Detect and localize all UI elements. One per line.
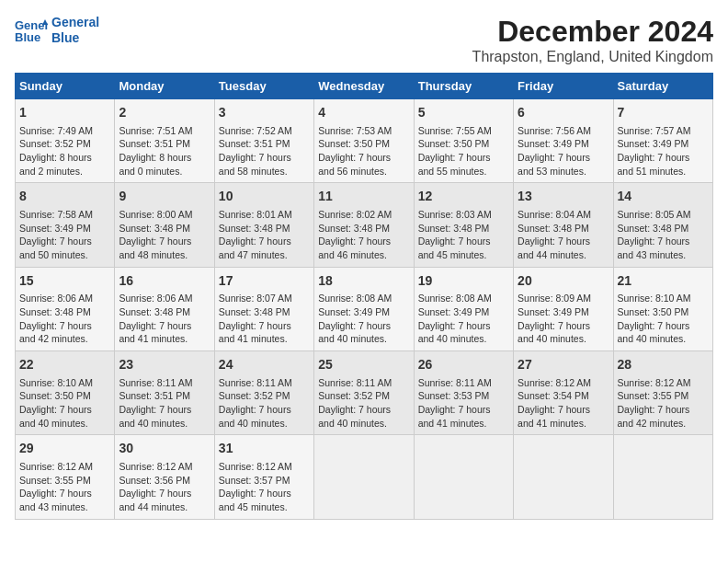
day-info: Sunset: 3:55 PM: [19, 474, 110, 488]
day-info: Sunset: 3:49 PM: [318, 305, 409, 319]
day-info: and 56 minutes.: [318, 165, 409, 178]
day-info: Sunrise: 7:53 AM: [318, 124, 409, 138]
calendar-cell: 23Sunrise: 8:11 AMSunset: 3:51 PMDayligh…: [115, 351, 214, 435]
day-number: 20: [518, 272, 609, 291]
day-info: Sunrise: 8:07 AM: [219, 292, 310, 305]
title-block: December 2024 Thrapston, England, United…: [472, 15, 713, 65]
day-number: 8: [19, 188, 110, 206]
svg-text:Blue: Blue: [15, 30, 40, 43]
day-info: Daylight: 7 hours: [518, 403, 609, 417]
day-info: Sunrise: 7:51 AM: [119, 124, 210, 138]
day-info: and 40 minutes.: [318, 417, 409, 431]
day-info: Sunset: 3:56 PM: [119, 474, 210, 488]
day-info: Daylight: 7 hours: [418, 151, 509, 165]
day-info: Daylight: 7 hours: [518, 151, 609, 165]
day-info: Sunrise: 8:08 AM: [318, 292, 409, 305]
calendar-cell: 24Sunrise: 8:11 AMSunset: 3:52 PMDayligh…: [214, 351, 313, 435]
day-info: Sunrise: 8:10 AM: [19, 376, 110, 390]
day-number: 21: [618, 272, 709, 291]
day-info: Daylight: 7 hours: [618, 151, 709, 165]
day-info: Sunrise: 7:58 AM: [19, 208, 110, 222]
logo-line2: Blue: [51, 30, 79, 45]
day-number: 17: [219, 272, 310, 291]
calendar-cell: 30Sunrise: 8:12 AMSunset: 3:56 PMDayligh…: [115, 435, 214, 519]
weekday-header-monday: Monday: [115, 74, 214, 99]
day-number: 29: [19, 440, 110, 458]
day-info: Sunrise: 8:02 AM: [318, 208, 409, 222]
day-number: 6: [518, 104, 609, 122]
day-info: and 42 minutes.: [618, 417, 709, 431]
day-number: 11: [318, 188, 409, 206]
day-number: 30: [119, 440, 210, 458]
day-info: Sunset: 3:53 PM: [418, 389, 509, 403]
day-info: Sunrise: 8:12 AM: [19, 460, 110, 474]
day-info: Daylight: 7 hours: [219, 319, 310, 333]
calendar-cell: 13Sunrise: 8:04 AMSunset: 3:48 PMDayligh…: [514, 183, 613, 267]
day-info: and 42 minutes.: [19, 332, 110, 346]
day-info: Daylight: 7 hours: [19, 487, 110, 500]
day-info: Sunset: 3:57 PM: [219, 474, 310, 488]
calendar-cell: 12Sunrise: 8:03 AMSunset: 3:48 PMDayligh…: [414, 183, 513, 267]
calendar-cell: 18Sunrise: 8:08 AMSunset: 3:49 PMDayligh…: [314, 267, 414, 350]
day-info: Sunset: 3:52 PM: [219, 389, 310, 403]
calendar-cell: 17Sunrise: 8:07 AMSunset: 3:48 PMDayligh…: [214, 267, 313, 350]
calendar-cell: 10Sunrise: 8:01 AMSunset: 3:48 PMDayligh…: [214, 183, 313, 267]
day-number: 7: [618, 104, 709, 122]
day-info: Sunset: 3:48 PM: [219, 305, 310, 319]
weekday-header-row: SundayMondayTuesdayWednesdayThursdayFrid…: [16, 74, 713, 99]
calendar-cell: 1Sunrise: 7:49 AMSunset: 3:52 PMDaylight…: [16, 99, 115, 183]
day-info: and 41 minutes.: [219, 332, 310, 346]
day-info: Sunrise: 8:12 AM: [219, 460, 310, 474]
day-info: Sunrise: 8:03 AM: [418, 208, 509, 222]
main-title: December 2024: [472, 15, 713, 49]
day-info: Daylight: 7 hours: [418, 403, 509, 417]
calendar-cell: 28Sunrise: 8:12 AMSunset: 3:55 PMDayligh…: [613, 351, 712, 435]
calendar-cell: 20Sunrise: 8:09 AMSunset: 3:49 PMDayligh…: [514, 267, 613, 350]
day-info: Sunset: 3:48 PM: [119, 222, 210, 236]
day-info: Sunset: 3:49 PM: [19, 222, 110, 236]
day-number: 31: [219, 440, 310, 458]
day-info: Daylight: 7 hours: [318, 319, 409, 333]
day-info: Sunrise: 8:09 AM: [518, 292, 609, 305]
day-info: Sunset: 3:50 PM: [418, 137, 509, 151]
week-row-2: 8Sunrise: 7:58 AMSunset: 3:49 PMDaylight…: [16, 183, 713, 267]
day-info: Sunrise: 7:52 AM: [219, 124, 310, 138]
day-info: and 40 minutes.: [618, 332, 709, 346]
day-number: 18: [318, 272, 409, 291]
day-number: 4: [318, 104, 409, 122]
day-info: Daylight: 7 hours: [318, 235, 409, 248]
day-info: Sunset: 3:49 PM: [618, 137, 709, 151]
day-info: Sunset: 3:48 PM: [219, 222, 310, 236]
day-info: Sunset: 3:48 PM: [19, 305, 110, 319]
day-number: 2: [119, 104, 210, 122]
calendar-cell: 8Sunrise: 7:58 AMSunset: 3:49 PMDaylight…: [16, 183, 115, 267]
day-number: 25: [318, 356, 409, 374]
day-info: Sunrise: 8:06 AM: [119, 292, 210, 305]
day-info: Sunset: 3:50 PM: [19, 389, 110, 403]
day-info: Daylight: 7 hours: [119, 403, 210, 417]
day-info: and 47 minutes.: [219, 248, 310, 262]
day-info: Daylight: 7 hours: [618, 319, 709, 333]
day-number: 15: [19, 272, 110, 291]
calendar-cell: 6Sunrise: 7:56 AMSunset: 3:49 PMDaylight…: [514, 99, 613, 183]
day-info: Sunrise: 8:05 AM: [618, 208, 709, 222]
day-info: and 51 minutes.: [618, 165, 709, 178]
day-info: Daylight: 7 hours: [418, 319, 509, 333]
day-info: Daylight: 7 hours: [119, 319, 210, 333]
day-info: Sunset: 3:48 PM: [119, 305, 210, 319]
day-info: Daylight: 7 hours: [518, 235, 609, 248]
day-info: and 43 minutes.: [19, 500, 110, 514]
day-info: Sunrise: 8:11 AM: [318, 376, 409, 390]
calendar-cell: 29Sunrise: 8:12 AMSunset: 3:55 PMDayligh…: [16, 435, 115, 519]
calendar-cell: 22Sunrise: 8:10 AMSunset: 3:50 PMDayligh…: [16, 351, 115, 435]
weekday-header-wednesday: Wednesday: [314, 74, 414, 99]
day-info: and 48 minutes.: [119, 248, 210, 262]
day-number: 12: [418, 188, 509, 206]
day-info: Sunrise: 7:56 AM: [518, 124, 609, 138]
day-info: and 40 minutes.: [119, 417, 210, 431]
day-info: Sunset: 3:51 PM: [119, 137, 210, 151]
logo-icon: General Blue: [15, 17, 48, 43]
day-info: Daylight: 7 hours: [19, 235, 110, 248]
day-info: Sunset: 3:48 PM: [618, 222, 709, 236]
day-info: and 40 minutes.: [19, 417, 110, 431]
